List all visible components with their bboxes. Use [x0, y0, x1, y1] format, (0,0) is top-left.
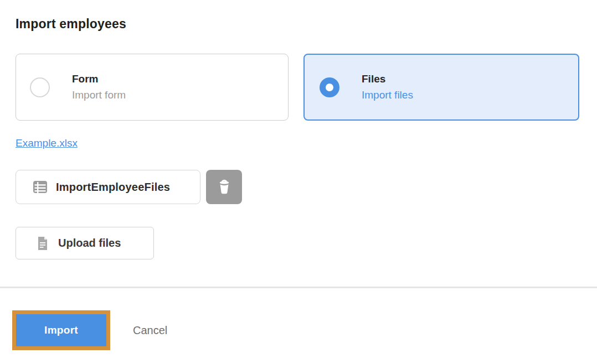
option-files-sublabel: Import files	[362, 89, 413, 101]
trash-icon	[217, 179, 231, 195]
option-form-text: Form Import form	[72, 73, 126, 101]
option-files-text: Files Import files	[362, 73, 413, 101]
option-form-label: Form	[72, 73, 126, 85]
option-card-files[interactable]: Files Import files	[303, 54, 579, 121]
footer-divider	[0, 287, 597, 288]
radio-form-unselected[interactable]	[30, 77, 50, 97]
upload-files-button[interactable]: Upload files	[16, 227, 154, 259]
radio-dot	[326, 84, 333, 91]
table-icon	[33, 180, 48, 194]
delete-file-button[interactable]	[206, 170, 242, 204]
import-button-highlight-frame: Import	[12, 310, 110, 350]
upload-files-label: Upload files	[58, 237, 121, 249]
radio-files-selected[interactable]	[320, 77, 339, 97]
page-title: Import employees	[16, 17, 126, 32]
example-file-link[interactable]: Example.xlsx	[16, 137, 78, 149]
cancel-button[interactable]: Cancel	[133, 310, 167, 350]
uploaded-file-name: ImportEmployeeFiles	[56, 181, 170, 194]
document-icon	[37, 236, 49, 251]
option-form-sublabel: Import form	[72, 89, 126, 101]
uploaded-file-chip[interactable]: ImportEmployeeFiles	[16, 170, 200, 204]
option-files-label: Files	[362, 73, 413, 85]
import-button[interactable]: Import	[16, 314, 106, 346]
option-card-form[interactable]: Form Import form	[16, 54, 289, 121]
